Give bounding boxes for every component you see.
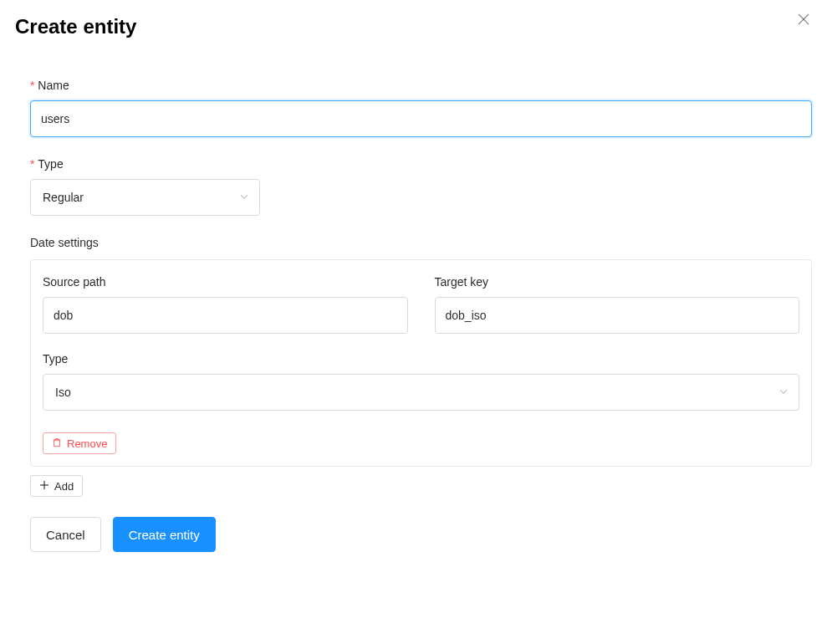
add-button-label: Add: [54, 480, 74, 493]
source-path-input[interactable]: [43, 297, 408, 334]
cancel-button-label: Cancel: [46, 528, 85, 542]
date-settings-heading: Date settings: [30, 236, 812, 249]
date-type-select[interactable]: Iso: [43, 374, 799, 411]
date-settings-group: Date settings Source path Target key Typ…: [30, 236, 812, 497]
target-key-label: Target key: [435, 275, 800, 289]
close-button[interactable]: [795, 12, 812, 28]
date-type-select-value: Iso: [55, 386, 71, 399]
remove-button[interactable]: Remove: [43, 432, 116, 454]
trash-icon: [52, 437, 62, 450]
type-field-group: Type Regular: [30, 157, 812, 216]
type-select[interactable]: Regular: [30, 179, 260, 216]
source-path-label: Source path: [43, 275, 408, 289]
remove-button-label: Remove: [67, 437, 107, 450]
type-label: Type: [30, 157, 812, 171]
entity-form: Name Type Regular Date settings Source p…: [15, 79, 812, 552]
name-field-group: Name: [30, 79, 812, 137]
svg-rect-2: [54, 440, 60, 447]
source-path-group: Source path: [43, 275, 408, 334]
name-input[interactable]: [30, 100, 812, 137]
target-key-input[interactable]: [435, 297, 800, 334]
date-type-group: Type Iso: [43, 352, 799, 411]
add-button[interactable]: Add: [30, 475, 83, 497]
close-icon: [798, 13, 809, 28]
chevron-down-icon: [239, 192, 249, 202]
target-key-group: Target key: [435, 275, 800, 334]
name-label: Name: [30, 79, 812, 92]
date-setting-row: Source path Target key: [43, 275, 799, 334]
create-entity-dialog: Create entity Name Type Regular Date set…: [0, 0, 827, 567]
dialog-footer: Cancel Create entity: [30, 517, 812, 552]
submit-button[interactable]: Create entity: [113, 517, 216, 552]
date-setting-item: Source path Target key Type Iso: [30, 259, 812, 467]
dialog-title: Create entity: [15, 15, 812, 38]
cancel-button[interactable]: Cancel: [30, 517, 101, 552]
plus-icon: [39, 480, 49, 493]
chevron-down-icon: [779, 387, 789, 397]
date-type-label: Type: [43, 352, 799, 365]
submit-button-label: Create entity: [129, 528, 200, 542]
type-select-value: Regular: [43, 191, 84, 204]
